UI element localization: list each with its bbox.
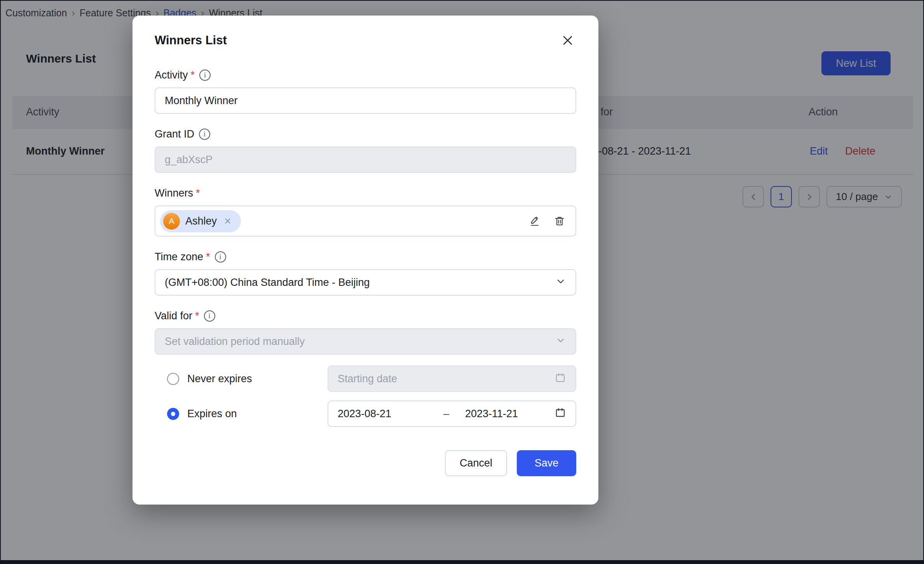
never-expires-row: Never expires Starting date [167,366,576,392]
time-zone-select[interactable]: (GMT+08:00) China Standard Time - Beijin… [155,269,576,296]
close-button[interactable] [559,32,576,49]
remove-winner-button[interactable] [222,216,233,226]
valid-for-value: Set validation period manually [165,336,555,348]
valid-for-field: Valid for * i Set validation period manu… [155,310,576,355]
info-icon[interactable]: i [199,129,210,140]
valid-for-select: Set validation period manually [155,328,576,355]
trash-icon [554,222,565,228]
date-range-separator: – [443,408,465,420]
expires-on-label: Expires on [187,408,237,420]
radio-checked-icon [167,408,179,420]
expiry-radio-group: Never expires Starting date Expires on 2… [167,366,576,427]
calendar-icon [554,372,566,386]
required-mark: * [195,310,199,322]
close-icon [223,221,232,227]
winners-field: Winners * A Ashley [155,187,576,237]
grant-id-input [155,146,576,173]
required-mark: * [196,187,200,199]
app-window: Customization › Feature Settings › Badge… [0,0,924,564]
activity-input[interactable] [155,87,576,114]
winner-name: Ashley [185,215,217,227]
winners-label: Winners [155,187,193,199]
radio-unchecked-icon [167,373,179,385]
edit-winners-button[interactable] [528,214,541,228]
info-icon[interactable]: i [215,251,226,263]
grant-id-field: Grant ID i [155,128,576,173]
save-button[interactable]: Save [517,450,576,476]
valid-for-label: Valid for [155,310,192,322]
close-icon [561,43,575,49]
activity-field: Activity * i [155,69,576,114]
chevron-down-icon [555,276,566,289]
info-icon[interactable]: i [204,310,215,322]
starting-date-input: Starting date [328,366,576,392]
expires-on-radio[interactable]: Expires on [167,408,237,420]
winners-list-modal: Winners List Activity * i Grant ID i [132,16,598,505]
winners-input[interactable]: A Ashley [155,205,576,237]
avatar: A [163,213,180,230]
info-icon[interactable]: i [199,70,211,81]
modal-title: Winners List [155,33,227,47]
never-expires-label: Never expires [187,373,252,385]
time-zone-value: (GMT+08:00) China Standard Time - Beijin… [165,277,555,289]
expires-on-row: Expires on 2023-08-21 – 2023-11-21 [167,400,576,427]
starting-date-placeholder: Starting date [338,373,397,385]
never-expires-radio[interactable]: Never expires [167,373,252,385]
time-zone-label: Time zone [155,251,203,263]
delete-winners-button[interactable] [553,214,566,228]
cancel-button[interactable]: Cancel [445,450,507,476]
end-date-value[interactable]: 2023-11-21 [465,408,554,420]
time-zone-field: Time zone * i (GMT+08:00) China Standard… [155,251,576,296]
chevron-down-icon [555,335,566,348]
date-range-input[interactable]: 2023-08-21 – 2023-11-21 [328,400,576,427]
grant-id-label: Grant ID [155,128,194,140]
calendar-icon [554,407,566,421]
pencil-icon [529,222,540,228]
activity-label: Activity [155,69,188,81]
required-mark: * [206,251,210,263]
required-mark: * [191,69,195,81]
start-date-value[interactable]: 2023-08-21 [338,408,443,420]
winner-tag: A Ashley [160,210,241,232]
